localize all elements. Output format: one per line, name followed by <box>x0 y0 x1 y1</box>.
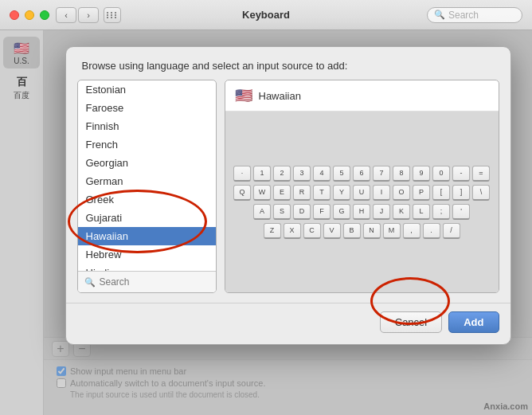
language-search-input[interactable] <box>100 276 209 288</box>
key-q: Q <box>233 185 251 201</box>
key-row-4: Z X C V B N M , . / <box>264 223 460 239</box>
key-lbracket: [ <box>432 185 450 201</box>
language-item[interactable]: Hebrew <box>78 245 216 264</box>
key-a: A <box>253 204 271 220</box>
key-7: 7 <box>373 166 390 182</box>
add-button[interactable]: Add <box>448 311 499 333</box>
sidebar-item-baidu[interactable]: 百 百度 <box>3 72 40 104</box>
preview-language-name: Hawaiian <box>259 90 301 102</box>
key-j: J <box>373 204 390 220</box>
key-1: 1 <box>253 166 271 182</box>
key-minus: - <box>452 166 470 182</box>
key-c: C <box>303 223 321 239</box>
key-equals: = <box>472 166 490 182</box>
language-item[interactable]: German <box>78 172 216 190</box>
language-search-bar: 🔍 <box>78 271 216 292</box>
search-box[interactable]: 🔍 Search <box>427 7 522 23</box>
key-backslash: \ <box>472 185 490 201</box>
language-item[interactable]: Hawaiian <box>78 227 216 245</box>
forward-button[interactable]: › <box>78 7 99 23</box>
key-m: M <box>383 223 401 239</box>
key-0: 0 <box>432 166 450 182</box>
search-placeholder: Search <box>448 10 479 21</box>
traffic-lights <box>10 10 49 20</box>
window-title: Keyboard <box>242 9 290 21</box>
key-2: 2 <box>273 166 291 182</box>
key-o: O <box>393 185 410 201</box>
key-slash: / <box>443 223 460 239</box>
sidebar-label-baidu: 百度 <box>14 90 29 101</box>
key-z: Z <box>264 223 281 239</box>
dialog-body: EstonianFaroeseFinnishFrenchGeorgianGerm… <box>66 80 510 303</box>
language-item[interactable]: Greek <box>78 190 216 209</box>
key-x: X <box>284 223 301 239</box>
key-9: 9 <box>413 166 430 182</box>
key-k: K <box>393 204 410 220</box>
language-item[interactable]: Georgian <box>78 154 216 172</box>
watermark: Anxia.com <box>483 401 528 411</box>
key-l: L <box>413 204 430 220</box>
key-p: P <box>413 185 430 201</box>
language-list-container: EstonianFaroeseFinnishFrenchGeorgianGerm… <box>77 80 217 293</box>
key-e: E <box>273 185 291 201</box>
key-v: V <box>323 223 341 239</box>
language-list: EstonianFaroeseFinnishFrenchGeorgianGerm… <box>78 80 216 271</box>
sidebar-label-us: U.S. <box>14 57 29 65</box>
search-icon: 🔍 <box>434 10 445 20</box>
key-4: 4 <box>313 166 331 182</box>
key-row-2: Q W E R T Y U I O P [ ] \ <box>233 185 490 201</box>
keyboard-preview: · 1 2 3 4 5 6 7 8 9 0 - = <box>225 112 499 292</box>
grid-button[interactable] <box>104 7 121 23</box>
key-row-1: · 1 2 3 4 5 6 7 8 9 0 - = <box>233 166 490 182</box>
sidebar-strip: 🇺🇸 U.S. 百 百度 <box>0 30 44 415</box>
key-u: U <box>353 185 370 201</box>
key-comma: , <box>403 223 421 239</box>
key-g: G <box>333 204 350 220</box>
nav-buttons: ‹ › <box>56 7 99 23</box>
preview-header: 🇺🇸 Hawaiian <box>225 80 499 112</box>
add-input-source-dialog: Browse using language and select an inpu… <box>65 46 511 345</box>
baidu-flag: 百 <box>17 75 27 89</box>
key-3: 3 <box>293 166 311 182</box>
key-rbracket: ] <box>452 185 470 201</box>
key-n: N <box>363 223 381 239</box>
key-t: T <box>313 185 331 201</box>
key-5: 5 <box>333 166 350 182</box>
preview-flag: 🇺🇸 <box>235 87 252 104</box>
title-bar: ‹ › Keyboard 🔍 Search <box>0 0 532 30</box>
key-6: 6 <box>353 166 370 182</box>
key-d: D <box>293 204 311 220</box>
lang-search-icon: 🔍 <box>84 277 96 288</box>
key-r: R <box>293 185 311 201</box>
key-i: I <box>373 185 390 201</box>
cancel-button[interactable]: Cancel <box>380 311 442 333</box>
language-item[interactable]: Gujarati <box>78 209 216 227</box>
key-f: F <box>313 204 331 220</box>
language-item[interactable]: Finnish <box>78 117 216 135</box>
key-semicolon: ; <box>432 204 450 220</box>
key-b: B <box>343 223 361 239</box>
language-item[interactable]: Estonian <box>78 80 216 99</box>
maximize-button[interactable] <box>40 10 49 20</box>
key-h: H <box>353 204 370 220</box>
key-w: W <box>253 185 271 201</box>
language-item[interactable]: Hindi <box>78 264 216 271</box>
dialog-title: Browse using language and select an inpu… <box>66 47 510 80</box>
language-item[interactable]: French <box>78 135 216 154</box>
key-period: . <box>423 223 440 239</box>
key-8: 8 <box>393 166 410 182</box>
language-item[interactable]: Faroese <box>78 99 216 117</box>
key-y: Y <box>333 185 350 201</box>
us-flag: 🇺🇸 <box>14 41 29 56</box>
key-s: S <box>273 204 291 220</box>
key-backtick: · <box>233 166 251 182</box>
key-quote: ' <box>452 204 470 220</box>
key-row-3: A S D F G H J K L ; ' <box>253 204 470 220</box>
back-button[interactable]: ‹ <box>56 7 76 23</box>
dialog-overlay: Browse using language and select an inpu… <box>44 30 532 415</box>
close-button[interactable] <box>10 10 19 20</box>
sidebar-item-us[interactable]: 🇺🇸 U.S. <box>3 37 40 69</box>
dialog-footer: Cancel Add <box>66 303 510 344</box>
preview-panel: 🇺🇸 Hawaiian · 1 2 3 4 5 6 7 8 <box>225 80 499 293</box>
minimize-button[interactable] <box>25 10 34 20</box>
